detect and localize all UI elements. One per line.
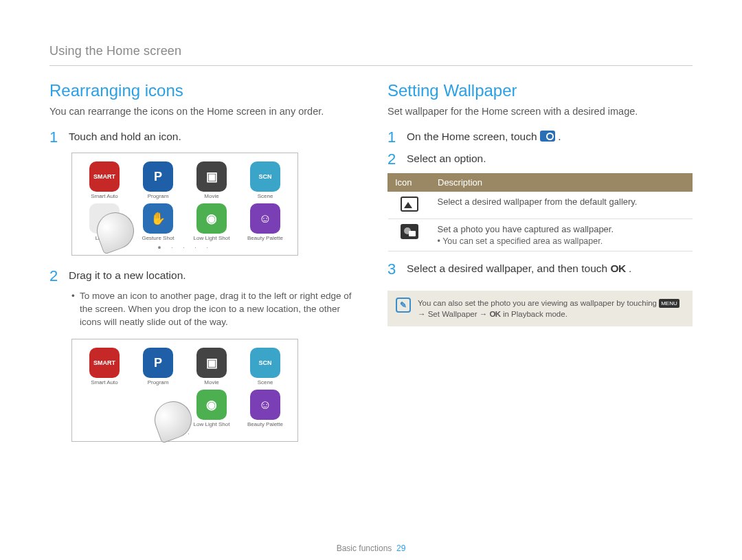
option-subnote: You can set a specified area as wallpape… xyxy=(438,236,686,246)
icon-panel-before: SMARTSmart AutoPProgram▣MovieSCNSceneLiv… xyxy=(71,153,298,256)
note-text: You can also set the photo you are viewi… xyxy=(418,298,684,320)
step-text: Touch and hold an icon. xyxy=(69,129,181,146)
gallery-icon xyxy=(401,197,418,212)
th-description: Description xyxy=(431,174,693,192)
table-row: Set a photo you have captured as wallpap… xyxy=(388,219,693,251)
step-text: Select an option. xyxy=(407,151,486,168)
step-1-wallpaper: 1 On the Home screen, touch . xyxy=(387,129,693,146)
app-icon: SCNScene xyxy=(240,348,291,385)
divider xyxy=(49,65,693,66)
options-table: Icon Description Select a desired wallpa… xyxy=(387,173,693,251)
th-icon: Icon xyxy=(388,174,431,192)
ok-icon: OK xyxy=(489,310,500,318)
note-badge-icon: ✎ xyxy=(396,298,411,313)
page-footer: Basic functions 29 xyxy=(0,544,742,553)
step-text: On the Home screen, touch . xyxy=(407,129,561,146)
option-desc: Set a photo you have captured as wallpap… xyxy=(431,219,693,251)
option-desc: Select a desired wallpaper from the defa… xyxy=(431,192,693,219)
icon-panel-after: SMARTSmart AutoPProgram▣MovieSCNSceneLiv… xyxy=(71,339,298,442)
app-icon: ▣Movie xyxy=(186,161,237,199)
step-number: 1 xyxy=(387,129,400,146)
step-text-part: On the Home screen, touch xyxy=(407,131,540,142)
app-icon: SMARTSmart Auto xyxy=(79,161,130,199)
step-text-part: . xyxy=(558,131,561,142)
step-number: 3 xyxy=(387,261,400,278)
note-box: ✎ You can also set the photo you are vie… xyxy=(387,291,693,326)
app-icon: ▣Movie xyxy=(186,348,237,385)
note-bold: Set Wallpaper xyxy=(428,310,477,318)
app-icon: ☺Beauty Palette xyxy=(240,390,291,427)
settings-icon xyxy=(540,131,555,142)
intro-wallpaper: Set wallpaper for the Home screen with a… xyxy=(387,106,693,117)
menu-icon: MENU xyxy=(659,299,679,308)
col-wallpaper: Setting Wallpaper Set wallpaper for the … xyxy=(387,81,693,454)
app-icon: PProgram xyxy=(133,348,183,385)
heading-rearranging: Rearranging icons xyxy=(49,81,355,100)
ok-icon: OK xyxy=(610,262,625,274)
app-icon: ✋Gesture Shot xyxy=(133,203,183,241)
step-number: 2 xyxy=(49,268,62,284)
step-text-part: Select a desired wallpaper, and then tou… xyxy=(407,262,610,274)
step-number: 2 xyxy=(387,151,400,168)
heading-wallpaper: Setting Wallpaper xyxy=(387,81,693,100)
step-number: 1 xyxy=(49,129,62,146)
step-2-bullet: To move an icon to another page, drag it… xyxy=(71,290,355,329)
app-icon: SCNScene xyxy=(240,161,291,199)
step-3-wallpaper: 3 Select a desired wallpaper, and then t… xyxy=(387,261,693,278)
app-icon: ☺Beauty Palette xyxy=(240,203,291,241)
app-icon: PProgram xyxy=(133,161,183,199)
page-header: Using the Home screen xyxy=(49,44,693,58)
table-row: Select a desired wallpaper from the defa… xyxy=(388,192,693,219)
app-icon: Live Pa xyxy=(79,390,130,427)
step-2-notes: To move an icon to another page, drag it… xyxy=(71,290,355,329)
option-desc-text: Set a photo you have captured as wallpap… xyxy=(438,224,614,234)
footer-page-number: 29 xyxy=(396,544,405,553)
step-text-part: . xyxy=(629,262,631,274)
intro-rearranging: You can rearrange the icons on the Home … xyxy=(49,106,355,117)
step-1: 1 Touch and hold an icon. xyxy=(49,129,355,146)
captured-photo-icon xyxy=(401,224,418,239)
app-icon: SMARTSmart Auto xyxy=(79,348,130,385)
two-column-layout: Rearranging icons You can rearrange the … xyxy=(49,81,693,454)
app-icon: ◉Low Light Shot xyxy=(186,390,237,427)
step-2-wallpaper: 2 Select an option. xyxy=(387,151,693,168)
step-2: 2 Drag it to a new location. xyxy=(49,268,355,284)
footer-section: Basic functions xyxy=(337,544,392,553)
step-text: Drag it to a new location. xyxy=(69,268,186,284)
col-rearranging: Rearranging icons You can rearrange the … xyxy=(49,81,355,454)
step-text: Select a desired wallpaper, and then tou… xyxy=(407,261,631,278)
app-icon: ◉Low Light Shot xyxy=(186,203,237,241)
